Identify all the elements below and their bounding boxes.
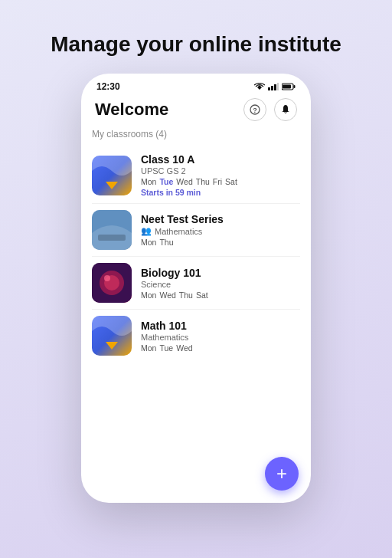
day-thu-bio: Thu (179, 290, 193, 300)
page-heading: Manage your online institute (28, 0, 364, 74)
thumb-wave-math101 (92, 316, 132, 356)
starts-badge-class10a: Starts in 59 min (141, 188, 300, 197)
card-info-bio101: Biology 101 Science Mon Wed Thu Sat (141, 267, 300, 300)
svg-rect-4 (277, 83, 279, 90)
day-wed: Wed (176, 177, 192, 186)
card-sub-neet: 👥 Mathematics (141, 226, 300, 236)
day-mon: Mon (141, 177, 156, 186)
day-wed-math: Wed (176, 343, 192, 353)
card-info-neet: Neet Test Series 👥 Mathematics Mon Thu (141, 213, 300, 247)
card-name-math101: Math 101 (141, 320, 300, 332)
svg-rect-1 (268, 87, 270, 90)
svg-text:?: ? (253, 107, 257, 114)
thumb-wave-bio101 (92, 263, 132, 303)
classroom-card-math101[interactable]: Math 101 Mathematics Mon Tue Wed (92, 310, 300, 362)
notification-button[interactable] (274, 98, 297, 121)
card-days-class10a: Mon Tue Wed Thu Fri Sat (141, 177, 300, 186)
day-mon-bio: Mon (141, 290, 156, 300)
svg-rect-12 (98, 235, 126, 241)
svg-marker-17 (106, 342, 118, 350)
svg-rect-3 (274, 84, 276, 90)
signal-icon (268, 83, 279, 90)
status-bar: 12:30 (81, 74, 311, 95)
card-days-bio101: Mon Wed Thu Sat (141, 290, 300, 300)
app-header: Welcome ? (81, 95, 311, 129)
day-sat-bio: Sat (196, 290, 208, 300)
thumbnail-math101 (92, 316, 132, 356)
day-thu-neet: Thu (159, 238, 173, 247)
svg-marker-10 (106, 182, 118, 189)
thumbnail-class10a (92, 156, 132, 195)
card-sub-bio101: Science (141, 280, 300, 289)
status-icons (254, 83, 296, 90)
day-wed-bio: Wed (159, 290, 175, 300)
card-info-math101: Math 101 Mathematics Mon Tue Wed (141, 320, 300, 353)
time-display: 12:30 (96, 81, 120, 92)
card-subject-neet: Mathematics (155, 227, 202, 236)
svg-rect-6 (294, 85, 296, 88)
day-mon-neet: Mon (141, 238, 156, 247)
svg-rect-7 (283, 85, 291, 89)
svg-rect-2 (271, 86, 273, 90)
card-name-bio101: Biology 101 (141, 267, 300, 279)
day-thu: Thu (196, 177, 210, 186)
classroom-card-bio101[interactable]: Biology 101 Science Mon Wed Thu Sat (92, 257, 300, 310)
classroom-card-neet[interactable]: Neet Test Series 👥 Mathematics Mon Thu (92, 204, 300, 257)
app-title: Welcome (95, 100, 168, 120)
thumb-wave-class10a (92, 156, 132, 195)
card-info-class10a: Class 10 A UPSC GS 2 Mon Tue Wed Thu Fri… (141, 153, 300, 197)
people-icon-neet: 👥 (141, 226, 152, 236)
day-sat: Sat (225, 177, 237, 186)
day-tue: Tue (159, 177, 173, 186)
thumbnail-bio101 (92, 263, 132, 303)
svg-point-16 (104, 275, 110, 281)
day-fri: Fri (213, 177, 222, 186)
card-name-neet: Neet Test Series (141, 213, 300, 225)
svg-marker-0 (257, 85, 262, 90)
card-sub-math101: Mathematics (141, 333, 300, 342)
card-days-neet: Mon Thu (141, 238, 300, 247)
phone-frame: 12:30 Welcome (81, 74, 311, 503)
day-mon-math: Mon (141, 343, 156, 353)
battery-icon (282, 83, 296, 90)
help-button[interactable]: ? (243, 98, 266, 121)
content-area: My classrooms (4) Class 10 A UPSC GS 2 M… (81, 129, 311, 503)
day-tue-math: Tue (159, 343, 173, 353)
thumb-wave-neet (92, 210, 132, 250)
section-label: My classrooms (4) (92, 129, 300, 140)
card-days-math101: Mon Tue Wed (141, 343, 300, 353)
header-icons: ? (243, 98, 297, 121)
card-name-class10a: Class 10 A (141, 153, 300, 166)
card-sub-class10a: UPSC GS 2 (141, 166, 300, 176)
bell-icon (280, 104, 291, 115)
help-icon: ? (250, 104, 260, 115)
wifi-icon (254, 83, 265, 90)
thumbnail-neet (92, 210, 132, 250)
classroom-card-class10a[interactable]: Class 10 A UPSC GS 2 Mon Tue Wed Thu Fri… (92, 147, 300, 204)
